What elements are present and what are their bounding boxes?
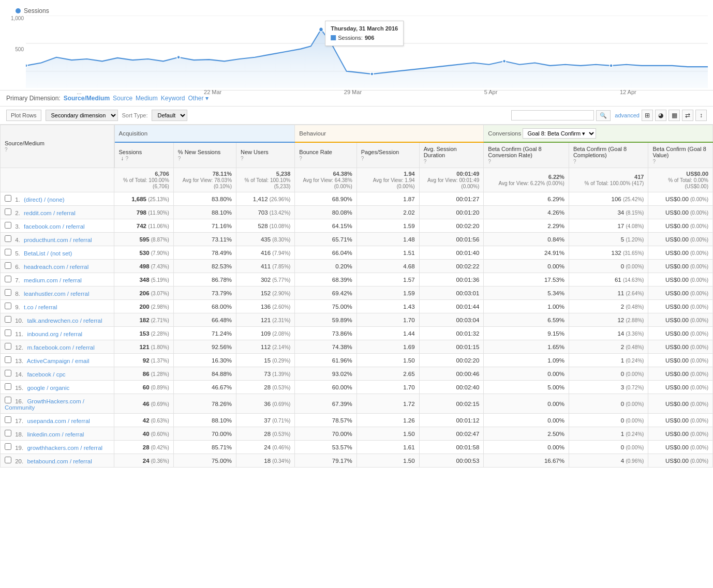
bar-view-icon[interactable]: ▦ [669,110,680,121]
source-link[interactable]: leanhustler.com / referral [24,291,90,297]
new-users-cell: 136 (2.60%) [236,300,295,313]
source-link[interactable]: facebook.com / referral [24,223,85,230]
value-cell: US$0.00 (0.00%) [648,441,713,454]
row-checkbox[interactable] [5,316,11,323]
row-checkbox[interactable] [5,329,11,336]
avg-session-cell: 00:01:27 [419,192,484,206]
row-checkbox[interactable] [5,303,11,309]
source-link[interactable]: usepanda.com / referral [27,418,90,424]
row-checkbox[interactable] [5,235,11,242]
search-button[interactable]: 🔍 [596,110,611,121]
conv-rate-help[interactable]: ? [488,159,491,164]
avg-session-cell: 00:01:36 [419,273,484,287]
advanced-link[interactable]: advanced [615,112,640,118]
row-checkbox[interactable] [5,208,11,215]
source-medium-cell: 14. facebook / cpc [1,367,114,381]
row-checkbox[interactable] [5,383,11,390]
sessions-cell: 86 (1.28%) [114,367,174,381]
source-link[interactable]: talk.andrewchen.co / referral [27,318,102,324]
row-checkbox[interactable] [5,397,11,403]
source-link[interactable]: betabound.com / referral [27,458,92,464]
pct-new-help[interactable]: ? [178,156,181,161]
pages-cell: 4.68 [356,260,419,273]
completions-cell: 1 (0.24%) [569,427,648,441]
compare-icon[interactable]: ⇄ [682,110,693,121]
row-checkbox[interactable] [5,289,11,296]
source-link[interactable]: medium.com / referral [24,277,82,283]
secondary-dimension-select[interactable]: Secondary dimension [46,110,118,121]
source-link[interactable]: facebook / cpc [27,371,65,378]
totals-value: US$0.00 % of Total: 0.00% (US$0.00) [648,168,713,192]
bounce-cell: 75.00% [295,300,356,313]
grid-view-icon[interactable]: ⊞ [642,110,653,121]
avg-session-header: Avg. Session Duration ? [419,142,484,168]
bounce-cell: 66.04% [295,246,356,260]
source-link[interactable]: m.facebook.com / referral [27,344,94,351]
source-link[interactable]: (direct) / (none) [24,197,65,203]
conv-rate-cell: 0.00% [484,394,569,414]
row-number: 13. [15,358,25,364]
sort-default-select[interactable]: Default [152,110,187,121]
avg-session-cell: 00:01:20 [419,206,484,219]
pct-new-cell: 78.26% [173,394,236,414]
source-link[interactable]: producthunt.com / referral [24,237,92,243]
source-link[interactable]: headreach.com / referral [24,264,88,270]
row-checkbox[interactable] [5,443,11,450]
source-link[interactable]: google / organic [27,385,69,391]
completions-help[interactable]: ? [573,159,576,164]
source-link[interactable]: inbound.org / referral [27,331,82,337]
source-medium-cell: 12. m.facebook.com / referral [1,340,114,354]
pie-view-icon[interactable]: ◕ [655,110,666,121]
goal-select[interactable]: Goal 8: Beta Confirm ▾ [523,128,596,139]
sessions-cell: 40 (0.60%) [114,427,174,441]
row-checkbox[interactable] [5,222,11,229]
bounce-cell: 0.20% [295,260,356,273]
source-link[interactable]: BetaList / (not set) [24,250,72,257]
value-header: Beta Confirm (Goal 8 Value) ? [648,142,713,168]
source-link[interactable]: t.co / referral [24,304,57,310]
sessions-cell: 60 (0.89%) [114,381,174,394]
bounce-cell: 80.08% [295,206,356,219]
completions-cell: 132 (31.65%) [569,246,648,260]
row-checkbox[interactable] [5,430,11,436]
pct-new-cell: 92.56% [173,340,236,354]
source-link[interactable]: ActiveCampaign / email [27,358,90,364]
bounce-help[interactable]: ? [299,156,302,161]
x-label-2: 29 Mar [344,89,362,95]
plot-rows-button[interactable]: Plot Rows [6,110,41,121]
row-checkbox[interactable] [5,276,11,282]
sessions-help[interactable]: ? [125,156,128,161]
source-medium-cell: 13. ActiveCampaign / email [1,354,114,367]
source-link[interactable]: reddit.com / referral [24,210,76,216]
svg-point-5 [177,56,180,59]
row-checkbox[interactable] [5,416,11,423]
table-row: 2. reddit.com / referral 798 (11.90%) 88… [1,206,713,219]
conv-rate-cell: 24.91% [484,246,569,260]
value-help[interactable]: ? [652,159,656,164]
row-number: 1. [15,197,22,203]
search-input[interactable] [511,110,594,120]
source-medium-help[interactable]: ? [5,147,8,153]
pivot-icon[interactable]: ↕ [695,110,707,121]
avg-session-cell: 00:02:20 [419,219,484,233]
row-checkbox[interactable] [5,370,11,376]
row-checkbox[interactable] [5,195,11,202]
table-row: 3. facebook.com / referral 742 (11.06%) … [1,219,713,233]
source-link[interactable]: growthhackers.com / referral [27,445,102,451]
row-checkbox[interactable] [5,262,11,269]
row-checkbox[interactable] [5,356,11,363]
new-users-help[interactable]: ? [241,156,244,161]
row-checkbox[interactable] [5,249,11,255]
pct-new-cell: 82.53% [173,260,236,273]
new-users-cell: 121 (2.31%) [236,313,295,327]
pages-help[interactable]: ? [361,156,364,161]
row-checkbox[interactable] [5,457,11,463]
pct-new-cell: 73.79% [173,287,236,300]
avg-session-cell: 00:02:40 [419,381,484,394]
conv-rate-cell: 0.00% [484,367,569,381]
totals-pct-new: 78.11% Avg for View: 78.03% (0.10%) [173,168,236,192]
row-checkbox[interactable] [5,343,11,350]
avg-help[interactable]: ? [424,159,427,164]
source-link[interactable]: linkedin.com / referral [27,431,84,438]
conv-rate-cell: 0.00% [484,260,569,273]
